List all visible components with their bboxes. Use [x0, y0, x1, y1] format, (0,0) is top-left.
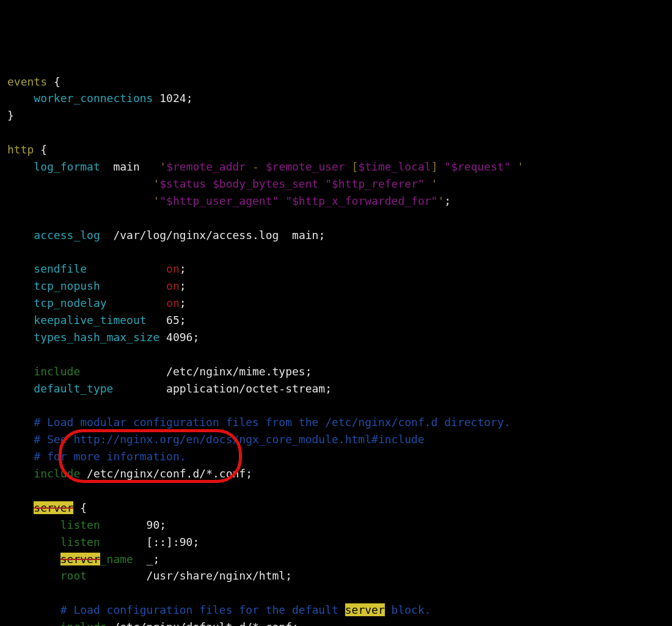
listen-port-ipv6: [::]:90 — [147, 536, 193, 548]
kw-http: http — [7, 143, 34, 156]
kw-default-type: default_type — [34, 382, 113, 395]
kw-worker-connections: worker_connections — [34, 92, 153, 105]
brace-close: } — [7, 109, 14, 122]
kw-include: include — [34, 365, 80, 378]
val-worker-connections: 1024 — [159, 92, 186, 105]
kw-sendfile: sendfile — [34, 262, 87, 275]
editor-code[interactable]: events { worker_connections 1024; } http… — [7, 73, 665, 626]
hl-server-name: server — [60, 553, 100, 565]
kw-listen: listen — [60, 518, 100, 531]
brace-open: { — [54, 75, 60, 88]
comment-line: # for more information. — [34, 450, 186, 463]
log-format-name: main — [113, 160, 139, 173]
kw-root: root — [60, 569, 87, 582]
confd-path: /etc/nginx/conf.d/*.conf — [87, 467, 246, 480]
kw-keepalive-timeout: keepalive_timeout — [34, 314, 146, 326]
defaultd-path: /etc/nginx/default.d/*.conf — [113, 620, 292, 626]
kw-log-format: log_format — [34, 160, 100, 173]
hl-server-inline: server — [345, 603, 385, 616]
comment-line: # Load modular configuration files from … — [34, 416, 510, 429]
mime-types-path: /etc/nginx/mime.types — [166, 365, 305, 378]
kw-listen: listen — [60, 536, 100, 548]
comment-line: # See http://nginx.org/en/docs/ngx_core_… — [34, 433, 424, 446]
listen-port: 90 — [147, 518, 160, 531]
kw-types-hash: types_hash_max_size — [34, 331, 159, 344]
kw-tcp-nodelay: tcp_nodelay — [34, 296, 106, 309]
root-path: /usr/share/nginx/html — [147, 569, 286, 582]
kw-events: events — [7, 75, 47, 88]
kw-tcp-nopush: tcp_nopush — [34, 279, 100, 292]
access-log-path: /var/log/nginx/access.log — [113, 229, 279, 241]
hl-server: server — [34, 501, 73, 514]
comment-line: # Load configuration files for the defau… — [60, 603, 431, 616]
kw-access-log: access_log — [34, 229, 100, 241]
